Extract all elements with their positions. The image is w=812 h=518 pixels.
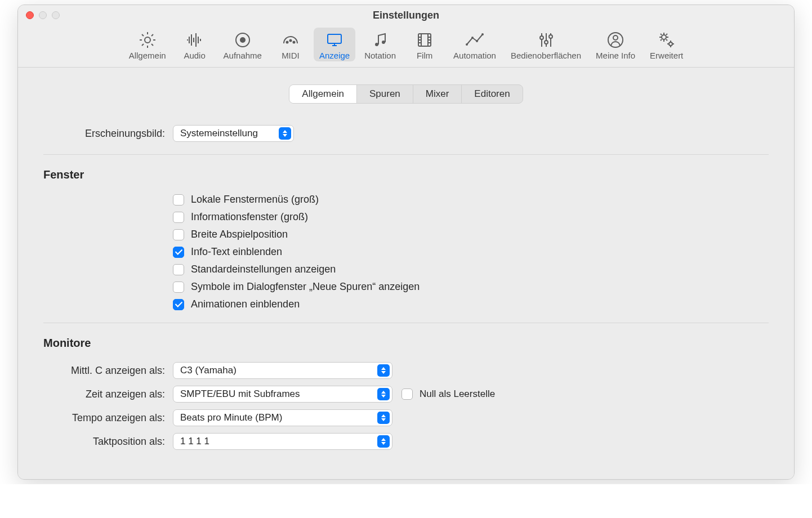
film-icon — [414, 30, 435, 50]
checkbox[interactable] — [173, 264, 184, 275]
time-select[interactable]: SMPTE/EBU mit Subframes — [173, 386, 392, 403]
bar-select[interactable]: 1 1 1 1 — [173, 433, 392, 450]
toolbar-label: MIDI — [282, 51, 300, 60]
toolbar: AllgemeinAudioAufnahmeMIDIAnzeigeNotatio… — [18, 25, 794, 68]
display-icon — [324, 30, 345, 50]
svg-point-12 — [476, 40, 478, 42]
user-icon — [605, 30, 626, 50]
appearance-select[interactable]: Systemeinstellung — [173, 125, 294, 142]
toolbar-label: Erweitert — [650, 51, 683, 60]
middle-c-label: Mittl. C anzeigen als: — [43, 365, 173, 377]
svg-point-13 — [481, 33, 484, 35]
svg-point-2 — [240, 37, 246, 43]
svg-point-14 — [540, 36, 543, 39]
toolbar-label: Anzeige — [319, 51, 350, 60]
check-row: Informationsfenster (groß) — [173, 211, 769, 223]
svg-point-5 — [293, 42, 295, 43]
midi-icon — [280, 30, 301, 50]
svg-point-18 — [613, 35, 618, 40]
toolbar-film[interactable]: Film — [405, 28, 444, 61]
checkbox[interactable] — [173, 194, 184, 206]
section-fenster-title: Fenster — [43, 168, 769, 181]
svg-point-19 — [662, 35, 666, 39]
checkbox-label: Animationen einblenden — [191, 298, 300, 310]
stepper-icon — [279, 127, 291, 140]
checkbox[interactable] — [173, 212, 184, 223]
zero-as-space-checkbox[interactable] — [401, 388, 413, 400]
stepper-icon — [377, 412, 390, 424]
svg-point-3 — [286, 42, 288, 43]
svg-point-15 — [545, 41, 548, 44]
gear-icon — [137, 30, 158, 50]
checkbox-label: Standardeinstellungen anzeigen — [191, 264, 336, 275]
content-area: AllgemeinSpurenMixerEditoren Erscheinung… — [18, 68, 794, 479]
svg-rect-6 — [328, 34, 341, 43]
toolbar-display[interactable]: Anzeige — [314, 28, 355, 61]
stepper-icon — [377, 388, 390, 400]
toolbar-label: Notation — [364, 51, 396, 60]
tempo-select[interactable]: Beats pro Minute (BPM) — [173, 409, 392, 426]
time-label: Zeit anzeigen als: — [43, 388, 173, 400]
checkbox-label: Breite Abspielposition — [191, 229, 288, 240]
tempo-label: Tempo anzeigen als: — [43, 412, 173, 424]
svg-point-20 — [669, 42, 672, 46]
checkbox[interactable] — [173, 282, 184, 293]
toolbar-label: Bedienoberflächen — [511, 51, 581, 60]
checkbox-label: Informationsfenster (groß) — [191, 211, 308, 223]
toolbar-gears[interactable]: Erweitert — [644, 28, 689, 61]
toolbar-automation[interactable]: Automation — [448, 28, 502, 61]
toolbar-label: Automation — [453, 51, 496, 60]
check-row: Breite Abspielposition — [173, 229, 769, 240]
checkbox[interactable] — [173, 247, 184, 258]
separator — [43, 323, 769, 323]
bar-label: Taktposition als: — [43, 436, 173, 448]
toolbar-notation[interactable]: Notation — [359, 28, 401, 61]
time-value: SMPTE/EBU mit Subframes — [180, 388, 300, 400]
separator — [43, 154, 769, 155]
toolbar-audio[interactable]: Audio — [175, 28, 215, 61]
middle-c-select[interactable]: C3 (Yamaha) — [173, 362, 392, 379]
gears-icon — [657, 30, 677, 50]
titlebar: Einstellungen — [18, 5, 794, 25]
check-row: Symbole im Dialogfenster „Neue Spuren“ a… — [173, 281, 769, 293]
checkbox-label: Symbole im Dialogfenster „Neue Spuren“ a… — [191, 281, 420, 293]
checkbox-label: Info-Text einblenden — [191, 246, 282, 258]
toolbar-user[interactable]: Meine Info — [590, 28, 641, 61]
svg-point-4 — [289, 40, 291, 42]
toolbar-label: Film — [417, 51, 432, 60]
svg-point-0 — [145, 37, 150, 43]
stepper-icon — [377, 364, 390, 377]
subtab-mixer[interactable]: Mixer — [413, 85, 462, 103]
toolbar-gear[interactable]: Allgemein — [123, 28, 172, 61]
toolbar-midi[interactable]: MIDI — [271, 28, 310, 61]
checkbox[interactable] — [173, 229, 184, 240]
svg-point-11 — [471, 37, 474, 39]
audio-icon — [185, 30, 205, 50]
fenster-checklist: Lokale Fenstermenüs (groß)Informationsfe… — [173, 194, 769, 310]
bar-value: 1 1 1 1 — [180, 436, 209, 447]
appearance-value: Systemeinstellung — [180, 128, 258, 139]
toolbar-sliders[interactable]: Bedienoberflächen — [505, 28, 587, 61]
section-monitore-title: Monitore — [43, 337, 769, 350]
svg-point-16 — [549, 35, 552, 38]
check-row: Info-Text einblenden — [173, 246, 769, 258]
subtab-spuren[interactable]: Spuren — [357, 85, 413, 103]
subtab-allgemein[interactable]: Allgemein — [289, 85, 357, 103]
toolbar-label: Aufnahme — [224, 51, 262, 60]
checkbox[interactable] — [173, 299, 184, 310]
preferences-window: Einstellungen AllgemeinAudioAufnahmeMIDI… — [17, 5, 795, 480]
middle-c-value: C3 (Yamaha) — [180, 365, 237, 376]
subtab-bar: AllgemeinSpurenMixerEditoren — [289, 84, 523, 104]
check-row: Standardeinstellungen anzeigen — [173, 264, 769, 275]
sliders-icon — [536, 30, 556, 50]
check-row: Lokale Fenstermenüs (groß) — [173, 194, 769, 206]
check-row: Animationen einblenden — [173, 298, 769, 310]
toolbar-label: Meine Info — [596, 51, 635, 60]
svg-point-10 — [466, 43, 468, 46]
checkbox-label: Lokale Fenstermenüs (groß) — [191, 194, 319, 206]
subtab-editoren[interactable]: Editoren — [462, 85, 522, 103]
toolbar-record[interactable]: Aufnahme — [218, 28, 267, 61]
record-icon — [233, 30, 253, 50]
appearance-label: Erscheinungsbild: — [43, 128, 173, 140]
notation-icon — [370, 30, 390, 50]
